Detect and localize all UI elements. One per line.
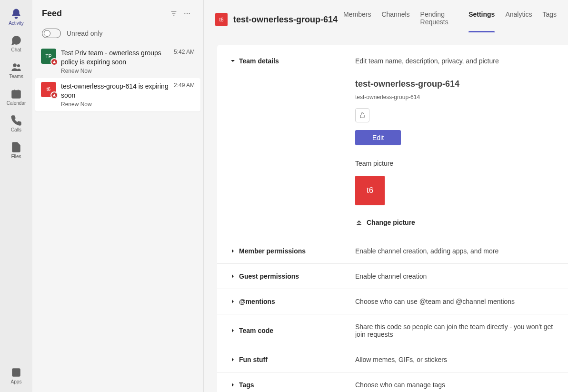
apps-icon [10, 367, 22, 378]
section-desc: Share this code so people can join the t… [355, 323, 555, 338]
section-title: Guest permissions [239, 272, 299, 280]
feed-panel: Feed Unread only TP Test Priv team - own… [32, 0, 204, 392]
feed-item[interactable]: t6 test-ownerless-group-614 is expiring … [35, 78, 200, 111]
section-title: Team code [239, 327, 273, 334]
tab-pending-requests[interactable]: Pending Requests [420, 7, 458, 32]
tab-members[interactable]: Members [343, 7, 371, 32]
svg-rect-2 [12, 90, 20, 98]
caret-down-icon [230, 59, 235, 63]
team-tabs: MembersChannelsPending RequestsSettingsA… [343, 7, 557, 32]
section-fun-stuff[interactable]: Fun stuff Allow memes, GIFs, or stickers [217, 347, 568, 372]
feed-title: Feed [42, 9, 167, 19]
rail-activity[interactable]: Activity [0, 4, 32, 30]
unread-label: Unread only [67, 30, 103, 37]
avatar: t6 [41, 82, 56, 97]
section-desc: Allow memes, GIFs, or stickers [355, 356, 555, 363]
filter-icon [170, 10, 178, 17]
team-details-hint: Edit team name, description, privacy, an… [355, 57, 555, 65]
rail-label: Teams [9, 74, 23, 79]
tab-analytics[interactable]: Analytics [505, 7, 532, 32]
rail-label: Calendar [7, 101, 26, 106]
rail-calls[interactable]: Calls [0, 111, 32, 136]
settings-content: Team details Edit team name, description… [204, 32, 568, 392]
section-desc: Choose who can use @team and @channel me… [355, 298, 555, 305]
svg-point-10 [189, 13, 190, 14]
section-team-details: Team details Edit team name, description… [217, 45, 568, 235]
avatar: TP [41, 49, 56, 64]
rail-chat[interactable]: Chat [0, 30, 32, 56]
main-panel: t6 test-ownerless-group-614 MembersChann… [204, 0, 568, 392]
svg-rect-3 [12, 369, 20, 376]
app-rail: Activity Chat Teams Calendar Calls Files… [0, 0, 32, 392]
rail-label: Files [11, 154, 21, 159]
rail-label: Chat [11, 47, 21, 52]
settings-card: Team details Edit team name, description… [217, 45, 568, 392]
rail-teams[interactable]: Teams [0, 57, 32, 83]
main-header: t6 test-ownerless-group-614 MembersChann… [204, 0, 568, 32]
feed-item-sub: Renew Now [61, 101, 195, 108]
team-details-slug: test-ownerless-group-614 [355, 94, 555, 101]
caret-right-icon [230, 328, 235, 333]
section-team-code[interactable]: Team code Share this code so people can … [217, 314, 568, 347]
section-member-permissions[interactable]: Member permissions Enable channel creati… [217, 235, 568, 263]
rail-apps[interactable]: Apps [0, 362, 32, 388]
chat-icon [10, 35, 22, 46]
section-guest-permissions[interactable]: Guest permissions Enable channel creatio… [217, 263, 568, 289]
rail-label: Calls [11, 127, 21, 132]
team-name: test-ownerless-group-614 [233, 15, 338, 25]
section-desc: Enable channel creation, adding apps, an… [355, 247, 555, 255]
change-picture-label: Change picture [367, 219, 415, 226]
calendar-icon [10, 88, 22, 100]
more-icon [183, 10, 191, 17]
svg-point-7 [17, 373, 18, 374]
section--mentions[interactable]: @mentions Choose who can use @team and @… [217, 289, 568, 314]
caret-right-icon [230, 274, 235, 279]
phone-icon [10, 115, 22, 126]
feed-item-title: Test Priv team - ownerless groups policy… [61, 49, 170, 67]
change-picture-button[interactable]: Change picture [355, 219, 555, 226]
rail-files[interactable]: Files [0, 137, 32, 163]
feed-item-title: test-ownerless-group-614 is expiring soo… [61, 82, 170, 100]
section-title: Fun stuff [239, 356, 268, 363]
rail-label: Apps [11, 379, 22, 384]
section-title: Tags [239, 381, 254, 389]
feed-item-time: 5:42 AM [174, 49, 195, 67]
privacy-indicator[interactable] [355, 108, 369, 122]
tab-tags[interactable]: Tags [542, 7, 557, 32]
section-desc: Choose who can manage tags [355, 381, 555, 389]
svg-point-6 [14, 373, 15, 374]
section-title: Member permissions [239, 247, 306, 255]
svg-point-1 [18, 64, 20, 67]
file-icon [10, 141, 22, 153]
feed-item[interactable]: TP Test Priv team - ownerless groups pol… [35, 45, 200, 78]
caret-right-icon [230, 249, 235, 253]
more-button[interactable] [180, 7, 194, 20]
section-desc: Enable channel creation [355, 272, 555, 280]
team-picture-label: Team picture [355, 160, 555, 167]
upload-icon [355, 219, 363, 226]
caret-right-icon [230, 382, 235, 387]
team-avatar: t6 [215, 13, 228, 26]
unread-toggle[interactable] [42, 29, 61, 38]
lock-open-icon [359, 112, 366, 119]
filter-button[interactable] [167, 7, 180, 20]
svg-rect-11 [360, 115, 364, 118]
feed-item-time: 2:49 AM [174, 82, 195, 100]
tab-settings[interactable]: Settings [468, 7, 495, 32]
svg-point-9 [187, 13, 188, 14]
teams-icon [10, 61, 22, 73]
team-details-name: test-ownerless-group-614 [355, 79, 555, 89]
feed-item-sub: Renew Now [61, 68, 195, 74]
edit-button[interactable]: Edit [355, 130, 401, 145]
alert-badge [50, 91, 58, 99]
section-tags[interactable]: Tags Choose who can manage tags [217, 372, 568, 392]
alert-badge [50, 58, 58, 66]
caret-right-icon [230, 357, 235, 362]
feed-list: TP Test Priv team - ownerless groups pol… [32, 45, 203, 111]
section-title: Team details [239, 57, 279, 65]
caret-right-icon [230, 299, 235, 304]
bell-icon [10, 8, 22, 20]
team-picture: t6 [355, 176, 385, 205]
rail-calendar[interactable]: Calendar [0, 84, 32, 110]
tab-channels[interactable]: Channels [381, 7, 409, 32]
